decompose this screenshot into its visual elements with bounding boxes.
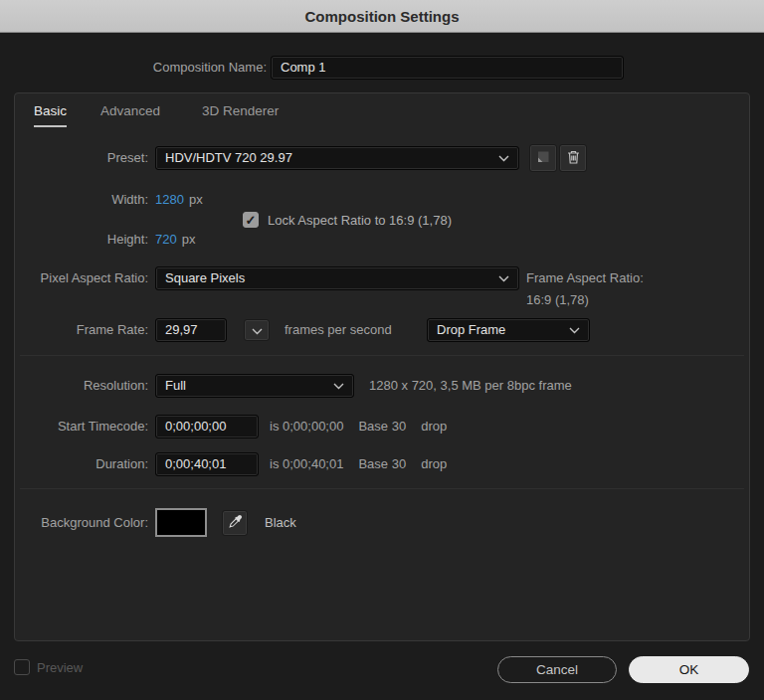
height-value-wrap: 720px	[155, 228, 195, 252]
settings-panel: Basic Advanced 3D Renderer Preset: HDV/H…	[14, 92, 750, 641]
height-unit: px	[182, 232, 196, 247]
duration-drop: drop	[421, 456, 447, 471]
width-unit: px	[189, 192, 203, 207]
composition-settings-dialog: Composition Settings Composition Name: C…	[0, 0, 764, 700]
duration-label: Duration:	[15, 452, 148, 476]
composition-name-label: Composition Name:	[0, 56, 267, 80]
start-timecode-is: is 0;00;00;00	[270, 419, 343, 434]
chevron-down-icon	[498, 275, 509, 282]
composition-name-input[interactable]: Comp 1	[271, 56, 624, 80]
frame-rate-preset-button[interactable]	[244, 319, 270, 341]
duration-base: Base 30	[358, 456, 406, 471]
resolution-label: Resolution:	[15, 374, 148, 398]
tab-basic[interactable]: Basic	[34, 103, 67, 127]
start-timecode-label: Start Timecode:	[15, 415, 148, 438]
height-value[interactable]: 720	[155, 232, 177, 247]
lock-aspect-row: ✓ Lock Aspect Ratio to 16:9 (1,78)	[243, 212, 452, 228]
drop-frame-dropdown[interactable]: Drop Frame	[427, 318, 590, 342]
frame-rate-input[interactable]: 29,97	[155, 318, 227, 342]
duration-input[interactable]: 0;00;40;01	[155, 452, 259, 476]
preview-label: Preview	[37, 660, 83, 675]
separator	[20, 355, 744, 356]
duration-info: is 0;00;40;01Base 30drop	[270, 452, 462, 476]
separator	[20, 488, 744, 489]
tab-advanced[interactable]: Advanced	[100, 103, 160, 125]
pixel-aspect-dropdown[interactable]: Square Pixels	[155, 266, 519, 290]
width-label: Width:	[15, 188, 148, 212]
preset-value: HDV/HDTV 720 29.97	[165, 147, 292, 169]
eyedropper-icon	[228, 514, 243, 532]
tab-3d-renderer[interactable]: 3D Renderer	[202, 103, 279, 125]
start-timecode-base: Base 30	[358, 419, 406, 434]
save-preset-icon	[535, 149, 551, 168]
start-timecode-info: is 0;00;00;00Base 30drop	[270, 415, 462, 438]
dialog-title: Composition Settings	[305, 8, 460, 25]
pixel-aspect-value: Square Pixels	[165, 267, 245, 289]
background-color-swatch[interactable]	[155, 508, 207, 537]
frame-aspect-ratio-value: 16:9 (1,78)	[526, 288, 589, 312]
resolution-info: 1280 x 720, 3,5 MB per 8bpc frame	[369, 374, 572, 398]
duration-is: is 0;00;40;01	[270, 456, 343, 471]
preset-label: Preset:	[15, 146, 148, 170]
width-value[interactable]: 1280	[155, 192, 184, 207]
ok-button[interactable]: OK	[629, 656, 749, 683]
delete-preset-button[interactable]	[559, 144, 587, 172]
chevron-down-icon	[252, 323, 263, 338]
save-preset-button[interactable]	[529, 144, 557, 172]
preview-toggle-row: Preview	[14, 659, 83, 675]
pixel-aspect-label: Pixel Aspect Ratio:	[15, 266, 148, 290]
cancel-button[interactable]: Cancel	[497, 656, 617, 683]
preset-dropdown[interactable]: HDV/HDTV 720 29.97	[155, 146, 519, 170]
background-color-label: Background Color:	[15, 508, 148, 537]
start-timecode-drop: drop	[421, 419, 447, 434]
frames-per-second-label: frames per second	[285, 318, 392, 342]
chevron-down-icon	[569, 327, 580, 334]
resolution-dropdown[interactable]: Full	[155, 374, 354, 398]
frame-aspect-ratio-label: Frame Aspect Ratio:	[526, 266, 644, 290]
lock-aspect-label: Lock Aspect Ratio to 16:9 (1,78)	[268, 213, 452, 228]
height-label: Height:	[15, 228, 148, 252]
dialog-titlebar[interactable]: Composition Settings	[0, 0, 764, 33]
resolution-value: Full	[165, 375, 186, 397]
background-color-name: Black	[265, 510, 296, 536]
trash-icon	[566, 149, 581, 168]
preview-checkbox[interactable]	[14, 659, 30, 675]
chevron-down-icon	[333, 383, 344, 390]
chevron-down-icon	[498, 155, 509, 162]
start-timecode-input[interactable]: 0;00;00;00	[155, 415, 259, 438]
drop-frame-value: Drop Frame	[437, 319, 505, 341]
eyedropper-button[interactable]	[222, 510, 248, 536]
lock-aspect-checkbox[interactable]: ✓	[243, 212, 259, 228]
frame-rate-label: Frame Rate:	[15, 318, 148, 342]
width-value-wrap: 1280px	[155, 188, 203, 212]
